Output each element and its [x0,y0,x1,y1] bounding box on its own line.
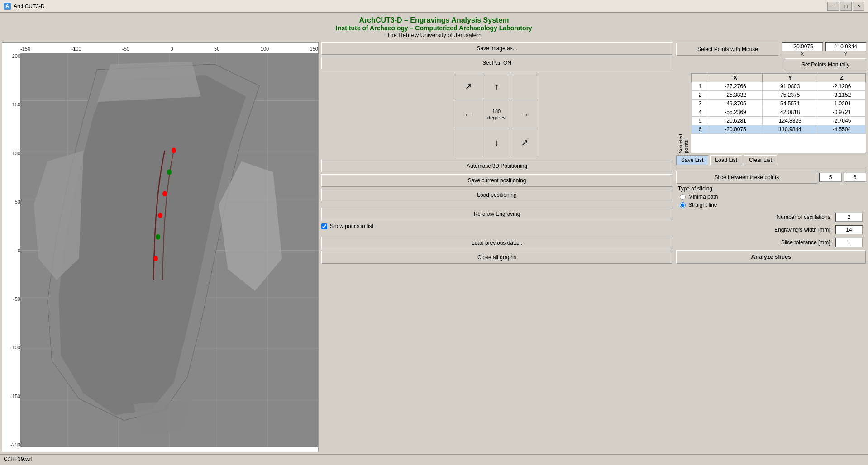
slice-button[interactable]: Slice between these points [676,171,817,184]
nav-grid: ↗ ↑ ← 180 degrees → ↓ [455,73,539,156]
oscillations-label: Number of oscillations: [777,214,832,220]
slice-from-input[interactable] [819,173,842,182]
slice-to-input[interactable] [844,173,866,182]
row-num: 3 [692,100,709,108]
x-coord-input[interactable] [782,42,823,51]
right-panel: Save image as... Set Pan ON ↗ ↑ ← 1 [321,42,866,452]
svg-point-23 [153,256,158,261]
content-area: -150 -100 -50 0 50 100 150 200 150 100 5… [0,40,868,454]
x-coord-label: X [801,51,804,57]
col-z: Z [818,74,865,82]
close-graphs-button[interactable]: Close all graphs [321,251,672,264]
chart-image[interactable] [20,53,318,447]
automatic-3d-button[interactable]: Automatic 3D Positioning [321,160,672,172]
svg-marker-14 [34,151,84,280]
close-button[interactable]: ✕ [853,2,864,11]
width-input[interactable] [835,225,863,234]
axis-top-150: 150 [310,46,318,52]
axis-left-neg50: -50 [13,296,20,302]
row-x: -49.3705 [709,100,762,108]
svg-point-19 [167,170,172,175]
row-z: -0.9721 [818,108,865,117]
tolerance-label: Slice tolerance [mm]: [781,239,832,246]
radio-minima[interactable] [680,194,686,200]
tolerance-input[interactable] [835,238,863,247]
set-manually-row: Set Points Manually [676,58,866,71]
save-positioning-button[interactable]: Save current positioning [321,174,672,187]
nav-rotate-downright[interactable]: ↗ [511,129,538,156]
row-y: 75.2375 [762,91,818,100]
nav-down[interactable]: ↓ [483,129,510,156]
redraw-button[interactable]: Re-draw Engraving [321,208,672,220]
radio-minima-row: Minima path [680,194,863,200]
table-row[interactable]: 5 -20.6281 124.8323 -2.7045 [692,117,866,125]
footer: C:\HF39.wrl [0,454,868,465]
axis-top-0: 0 [170,46,173,52]
row-y: 110.9844 [762,125,818,134]
y-coord-group: Y [825,42,866,57]
radio-straight[interactable] [680,202,686,208]
set-pan-button[interactable]: Set Pan ON [321,57,672,69]
row-x: -20.6281 [709,117,762,125]
slicing-type-section: Type of slicing Minima path Straight lin… [676,185,866,210]
row-num: 2 [692,91,709,100]
top-controls: Save image as... Set Pan ON ↗ ↑ ← 1 [321,42,866,264]
titlebar-title: ArchCUT3-D [14,3,45,9]
table-row[interactable]: 3 -49.3705 54.5571 -1.0291 [692,100,866,108]
y-coord-input[interactable] [825,42,866,51]
degrees-label: degrees [487,115,506,120]
nav-right[interactable]: → [511,101,538,128]
load-previous-button[interactable]: Load previous data... [321,237,672,249]
svg-point-21 [158,213,162,218]
svg-marker-16 [97,62,200,102]
row-num: 1 [692,82,709,91]
titlebar: A ArchCUT3-D — □ ✕ [0,0,868,13]
save-list-button[interactable]: Save List [676,155,708,165]
table-row[interactable]: 1 -27.2766 91.0803 -2.1206 [692,82,866,91]
set-points-manually-button[interactable]: Set Points Manually [785,58,866,71]
app-header: ArchCUT3-D – Engravings Analysis System … [0,13,868,40]
axis-top-neg50: -50 [122,46,129,52]
col-num [692,74,709,82]
axis-left-neg150: -150 [10,394,20,399]
list-buttons-row: Save List Load List Clear List [676,155,866,165]
row-x: -20.0075 [709,125,762,134]
clear-list-button[interactable]: Clear List [744,155,777,165]
app-title: ArchCUT3-D – Engravings Analysis System [0,16,868,24]
nav-rotate-upleft[interactable]: ↗ [455,73,482,100]
col-y: Y [762,74,818,82]
load-positioning-button[interactable]: Load positioning [321,189,672,201]
row-y: 42.0818 [762,108,818,117]
app-subtitle: Institute of Archaeology – Computerized … [0,24,868,32]
radio-straight-label: Straight line [688,202,717,208]
show-points-row: Show points in list [321,222,672,230]
points-table-container: X Y Z 1 -27.2766 91.0803 -2.12062 [691,73,866,153]
axis-left-neg200: -200 [10,442,20,447]
points-table: X Y Z 1 -27.2766 91.0803 -2.12062 [691,73,866,134]
load-list-button[interactable]: Load List [710,155,742,165]
show-points-label: Show points in list [330,223,373,229]
row-y: 54.5571 [762,100,818,108]
maximize-button[interactable]: □ [840,2,852,11]
nav-grid-container: ↗ ↑ ← 180 degrees → ↓ [321,73,672,156]
window-controls: — □ ✕ [827,2,864,11]
oscillations-input[interactable] [835,213,863,222]
analyze-button[interactable]: Analyze slices [676,250,866,264]
nav-center-degrees: 180 degrees [483,101,510,128]
table-row[interactable]: 2 -25.3832 75.2375 -3.1152 [692,91,866,100]
chart-panel: -150 -100 -50 0 50 100 150 200 150 100 5… [2,42,319,452]
table-row[interactable]: 4 -55.2369 42.0818 -0.9721 [692,108,866,117]
axis-top-neg150: -150 [20,46,30,52]
nav-left[interactable]: ← [455,101,482,128]
oscillations-row: Number of oscillations: [676,212,866,223]
y-coord-label: Y [844,51,847,57]
table-row[interactable]: 6 -20.0075 110.9844 -4.5504 [692,125,866,134]
save-image-button[interactable]: Save image as... [321,42,672,55]
show-points-checkbox[interactable] [321,223,327,229]
select-points-mouse-button[interactable]: Select Points with Mouse [676,43,779,56]
nav-up[interactable]: ↑ [483,73,510,100]
axis-left-100: 100 [12,151,20,156]
width-label: Engraving's width [mm]: [774,227,832,233]
minimize-button[interactable]: — [827,2,839,11]
table-section: Selected points X Y Z [676,73,866,153]
